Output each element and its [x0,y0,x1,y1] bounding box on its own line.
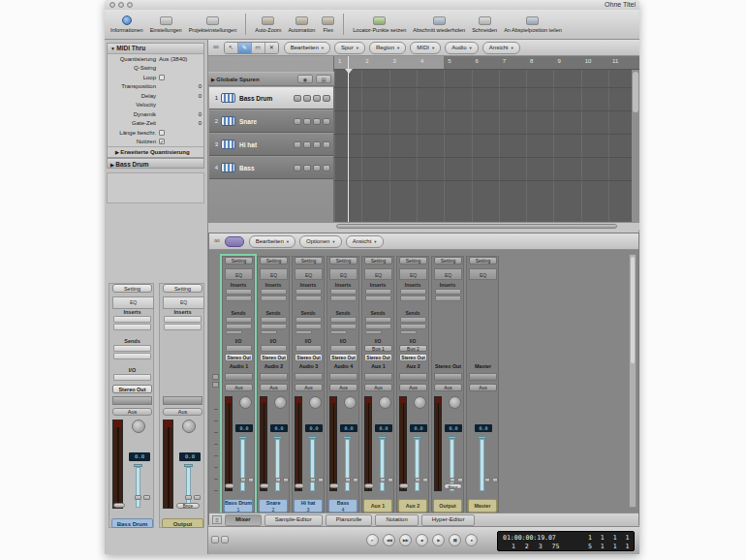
group-slot[interactable] [112,396,152,405]
send-slot[interactable] [226,317,252,323]
param-row-delay[interactable]: Delay0 [108,91,203,101]
insert-slot[interactable] [164,324,202,330]
informationen-button[interactable]: Informationen [110,16,143,33]
pause-button[interactable]: ▮▮ [449,534,461,546]
send-slot[interactable] [365,330,382,334]
volume-fader[interactable] [310,439,315,491]
insert-slot[interactable] [164,316,202,323]
channel-strip-stereo-out[interactable]: SettingEQInsertsStereo OutAus0.0BnceOutp… [431,256,464,513]
setting-button[interactable]: Setting [434,257,462,264]
projekteinstellungen-button[interactable]: Projekteinstellungen [189,16,237,33]
input-monitor-button[interactable] [303,165,311,171]
option-button[interactable] [143,495,150,500]
automation-mode-button[interactable]: Aus [295,384,323,391]
mixer-link-icon[interactable]: ∞ [214,236,220,246]
transport-option-button[interactable] [221,536,229,544]
volume-fader[interactable] [480,439,484,491]
param-row-transposition[interactable]: Transposition0 [108,82,203,92]
bus-input-button[interactable]: Bus 1 [364,345,392,352]
param-row-velocity[interactable]: Velocity [108,101,203,110]
stop-button[interactable]: ■ [416,534,428,546]
output-button[interactable]: Stereo Out [295,354,323,361]
group-button[interactable] [295,483,304,488]
automation-mode-button[interactable]: Aus [469,384,497,391]
send-slot[interactable] [295,317,322,323]
channel-strip-audio-3[interactable]: SettingEQInsertsSendsI/OStereo OutAudio … [292,256,325,513]
pan-knob[interactable] [274,396,287,409]
automation-button[interactable]: Automation [288,16,315,33]
arrange-horizontal-scrollbar[interactable] [208,222,639,230]
group-slot[interactable] [399,373,427,381]
playhead[interactable] [348,56,349,222]
pan-knob[interactable] [344,396,357,409]
arrange-midi-menu[interactable]: MIDI▾ [410,42,441,54]
group-button[interactable] [399,483,409,488]
group-button[interactable] [113,503,125,508]
pencil-tool-icon[interactable]: ✎ [238,43,252,53]
output-button[interactable]: Stereo Out [329,354,357,361]
volume-fader[interactable] [380,439,385,491]
mixer-mode-button[interactable] [225,236,244,247]
automation-mode-button[interactable]: Aus [112,408,152,416]
tab-mixer[interactable]: Mixer [225,514,262,526]
group-button[interactable] [329,483,339,488]
automation-mode-button[interactable]: Aus [329,384,357,391]
advanced-quantize-row[interactable]: Erweiterte Quantisierung [108,146,203,157]
insert-slot[interactable] [365,289,391,295]
group-slot[interactable] [260,373,288,381]
param-row-gate-zeit[interactable]: Gate-Zeit0 [108,119,203,129]
option-button[interactable] [275,478,281,482]
group-slot[interactable] [329,373,357,381]
track-header-hi-hat[interactable]: 3Hi hat [209,134,333,156]
scissors-tool-icon[interactable]: ✕ [265,43,278,53]
group-slot[interactable] [225,373,253,381]
solo-button[interactable] [323,95,330,102]
mute-button[interactable] [313,95,321,102]
send-slot[interactable] [330,330,347,334]
volume-fader[interactable] [240,439,245,491]
mute-button[interactable] [313,141,321,148]
insert-slot[interactable] [295,296,322,301]
option-button[interactable] [380,478,386,482]
channel-strip-audio-4[interactable]: SettingEQInsertsSendsI/OStereo OutAudio … [326,256,359,513]
eq-display[interactable]: EQ [163,296,204,309]
insert-slot[interactable] [113,316,151,323]
mixer-bearbeiten-menu[interactable]: Bearbeiten▾ [249,235,295,248]
global-option-a-icon[interactable]: ◉ [297,75,313,83]
group-slot[interactable] [364,373,392,381]
param-checkbox[interactable] [159,75,165,80]
output-button[interactable]: Stereo Out [112,385,152,393]
send-slot[interactable] [295,330,312,334]
tab-hyper-editor[interactable]: Hyper-Editor [421,514,476,526]
group-button[interactable] [225,483,234,488]
eq-display[interactable]: EQ [295,268,323,280]
setting-button[interactable]: Setting [225,257,253,264]
option-button[interactable] [388,478,393,482]
send-slot[interactable] [261,324,287,329]
mute-button[interactable] [313,165,321,171]
play-button[interactable]: ▶ [432,534,445,546]
insert-slot[interactable] [226,296,252,301]
insert-slot[interactable] [365,296,391,301]
channel-strip-audio-1[interactable]: SettingEQInsertsSendsI/OStereo OutAudio … [222,256,255,513]
automation-mode-button[interactable]: Aus [260,384,288,391]
channel-strip-audio-2[interactable]: SettingEQInsertsSendsI/OStereo OutAudio … [257,256,290,513]
option-button[interactable] [135,495,141,500]
transport-option-button[interactable] [211,536,219,544]
channel-strip-aux-1[interactable]: SettingEQInsertsSendsI/OBus 1Stereo OutA… [361,256,394,513]
solo-button[interactable] [323,118,330,125]
insert-slot[interactable] [330,289,357,295]
input-slot[interactable] [226,345,252,352]
option-button[interactable] [457,478,463,482]
insert-slot[interactable] [435,296,461,301]
group-slot[interactable] [469,373,497,381]
bus-input-button[interactable]: Bus 2 [399,345,427,352]
transport-display[interactable]: 01:00:00:19.07 1 2 3 75 1 1 1 1 5 1 1 1 [497,531,635,551]
goto-begin-button[interactable]: ⇤ [366,534,379,546]
input-monitor-button[interactable] [303,118,311,125]
insert-slot[interactable] [400,289,426,295]
arrange-bearbeiten-menu[interactable]: Bearbeiten▾ [284,42,330,54]
output-button[interactable]: Stereo Out [364,354,392,361]
send-slot[interactable] [226,330,242,334]
input-slot[interactable] [295,345,322,352]
